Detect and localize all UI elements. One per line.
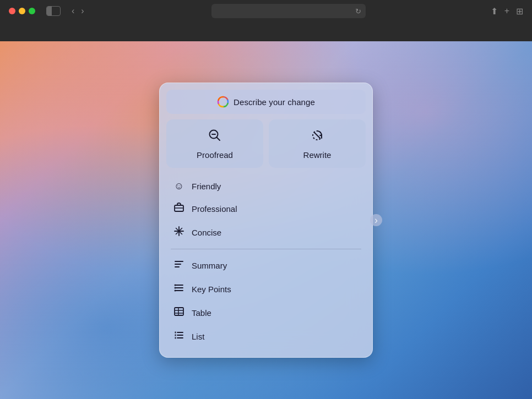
key-points-label: Key Points [192, 285, 231, 294]
share-icon[interactable]: ⬆ [491, 6, 498, 17]
minimize-button[interactable] [19, 8, 25, 14]
proofread-label: Proofread [197, 150, 233, 160]
concise-icon [173, 226, 185, 239]
tab-bar [0, 22, 532, 41]
svg-rect-28 [175, 332, 176, 334]
nav-buttons: ‹ › [69, 5, 86, 17]
friendly-label: Friendly [192, 182, 221, 191]
back-button[interactable]: ‹ [69, 5, 77, 17]
friendly-icon: ☺ [173, 181, 185, 192]
svg-line-5 [314, 133, 320, 138]
menu-item-friendly[interactable]: ☺ Friendly [169, 176, 363, 197]
maximize-button[interactable] [29, 8, 35, 14]
close-button[interactable] [9, 8, 15, 14]
divider [171, 249, 361, 249]
svg-rect-30 [175, 337, 176, 339]
menu-item-key-points[interactable]: Key Points [169, 277, 363, 301]
address-bar-container: ↻ [104, 4, 473, 18]
menu-item-table[interactable]: Table [169, 301, 363, 325]
summary-label: Summary [192, 261, 227, 270]
ai-icon [217, 96, 229, 108]
list-icon [173, 330, 185, 343]
traffic-lights [9, 8, 35, 14]
professional-icon [173, 202, 185, 216]
proofread-icon [208, 128, 222, 146]
forward-button[interactable]: › [79, 5, 86, 17]
menu-list-tone: ☺ Friendly Professional [166, 173, 366, 247]
refresh-icon[interactable]: ↻ [355, 7, 361, 15]
sidebar-toggle-button[interactable] [46, 6, 61, 16]
describe-change-label: Describe your change [234, 97, 315, 107]
proofread-button[interactable]: Proofread [166, 119, 263, 168]
summary-icon [173, 259, 185, 272]
menu-item-summary[interactable]: Summary [169, 254, 363, 277]
new-tab-icon[interactable]: + [504, 6, 509, 16]
rewrite-button[interactable]: Rewrite [269, 119, 366, 168]
menu-item-concise[interactable]: Concise [169, 221, 363, 244]
concise-label: Concise [192, 228, 221, 237]
svg-point-19 [175, 287, 176, 289]
svg-rect-21 [175, 308, 183, 315]
table-label: Table [192, 308, 211, 318]
list-label: List [192, 332, 204, 341]
professional-label: Professional [192, 204, 237, 214]
menu-list-format: Summary Key Points [166, 252, 366, 351]
popup-panel: Describe your change Proofread [159, 83, 373, 358]
menu-item-list[interactable]: List [169, 325, 363, 348]
browser-chrome: ‹ › ↻ ⬆ + ⊞ [0, 0, 532, 41]
toolbar-right: ⬆ + ⊞ [491, 6, 523, 17]
address-bar[interactable]: ↻ [211, 4, 366, 18]
menu-item-professional[interactable]: Professional [169, 197, 363, 221]
rewrite-icon [310, 128, 324, 146]
rewrite-label: Rewrite [303, 150, 332, 160]
svg-rect-29 [175, 335, 176, 336]
svg-point-18 [175, 285, 176, 286]
svg-point-20 [175, 290, 176, 292]
describe-change-button[interactable]: Describe your change [166, 90, 366, 114]
action-buttons: Proofread Rewrite [166, 119, 366, 168]
table-icon [173, 306, 185, 320]
title-bar: ‹ › ↻ ⬆ + ⊞ [0, 0, 532, 22]
grid-icon[interactable]: ⊞ [516, 6, 523, 17]
svg-line-3 [217, 137, 220, 140]
key-points-icon [173, 282, 185, 296]
page-content: Describe your change Proofread [0, 41, 532, 399]
